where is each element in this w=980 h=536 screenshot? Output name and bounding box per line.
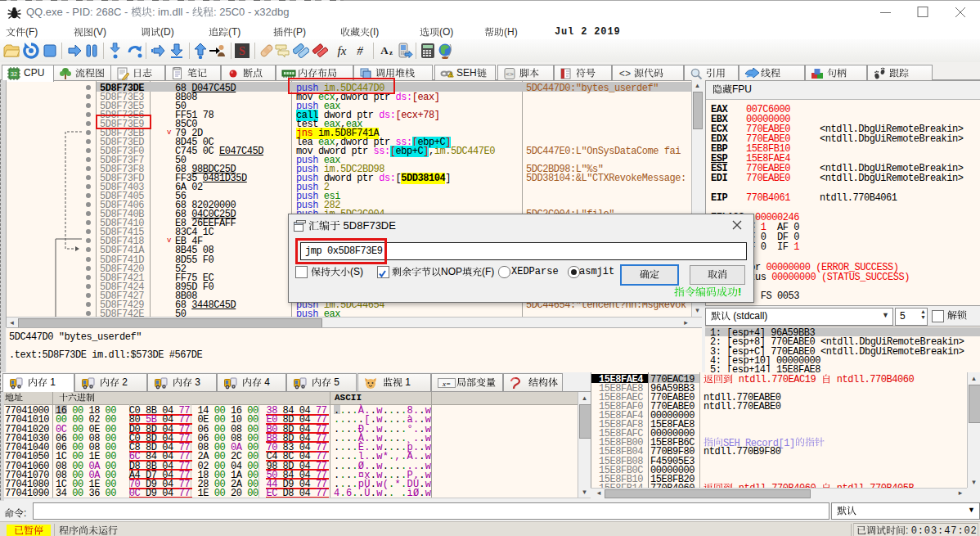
svg-text:fx: fx xyxy=(338,44,347,57)
svg-text:x=: x= xyxy=(442,380,451,388)
svg-text:#: # xyxy=(357,44,363,57)
svg-text:z: z xyxy=(389,48,393,56)
svg-text:A: A xyxy=(380,44,389,56)
svg-text:<>: <> xyxy=(619,69,631,80)
svg-text:S: S xyxy=(239,45,245,57)
svg-text:32: 32 xyxy=(11,71,17,77)
svg-text:<>: <> xyxy=(506,70,514,78)
